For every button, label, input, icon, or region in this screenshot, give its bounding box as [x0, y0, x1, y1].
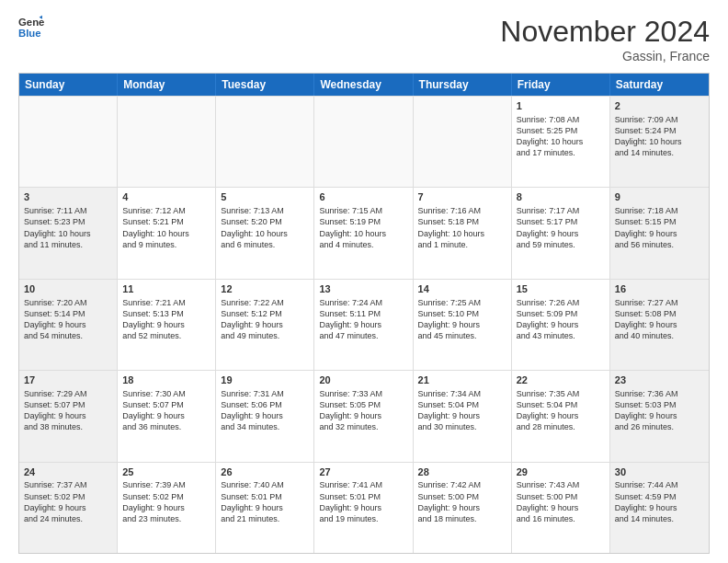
cell-text: Sunrise: 7:42 AM Sunset: 5:00 PM Dayligh…: [418, 479, 506, 524]
calendar-cell: 12Sunrise: 7:22 AM Sunset: 5:12 PM Dayli…: [216, 280, 314, 370]
calendar-cell: 14Sunrise: 7:25 AM Sunset: 5:10 PM Dayli…: [414, 280, 512, 370]
calendar-cell: 30Sunrise: 7:44 AM Sunset: 4:59 PM Dayli…: [610, 463, 709, 553]
day-number: 2: [615, 99, 704, 113]
day-number: 15: [517, 282, 605, 296]
location: Gassin, France: [500, 49, 710, 63]
calendar-cell: 15Sunrise: 7:26 AM Sunset: 5:09 PM Dayli…: [512, 280, 610, 370]
cell-text: Sunrise: 7:12 AM Sunset: 5:21 PM Dayligh…: [122, 205, 210, 250]
calendar-cell: 3Sunrise: 7:11 AM Sunset: 5:23 PM Daylig…: [19, 188, 118, 278]
calendar-cell: 13Sunrise: 7:24 AM Sunset: 5:11 PM Dayli…: [314, 280, 413, 370]
cell-text: Sunrise: 7:08 AM Sunset: 5:25 PM Dayligh…: [517, 114, 605, 159]
calendar-cell: 18Sunrise: 7:30 AM Sunset: 5:07 PM Dayli…: [118, 371, 216, 461]
day-number: 14: [418, 282, 506, 296]
day-number: 10: [24, 282, 112, 296]
calendar-cell: [414, 97, 512, 187]
cell-text: Sunrise: 7:29 AM Sunset: 5:07 PM Dayligh…: [24, 388, 112, 433]
calendar-cell: 9Sunrise: 7:18 AM Sunset: 5:15 PM Daylig…: [610, 188, 709, 278]
cell-text: Sunrise: 7:41 AM Sunset: 5:01 PM Dayligh…: [319, 479, 407, 524]
calendar-cell: 11Sunrise: 7:21 AM Sunset: 5:13 PM Dayli…: [118, 280, 216, 370]
day-number: 4: [122, 190, 210, 204]
cell-text: Sunrise: 7:43 AM Sunset: 5:00 PM Dayligh…: [517, 479, 605, 524]
day-number: 7: [418, 190, 506, 204]
cell-text: Sunrise: 7:39 AM Sunset: 5:02 PM Dayligh…: [122, 479, 210, 524]
calendar-cell: 22Sunrise: 7:35 AM Sunset: 5:04 PM Dayli…: [512, 371, 610, 461]
cell-text: Sunrise: 7:17 AM Sunset: 5:17 PM Dayligh…: [517, 205, 605, 250]
day-number: 16: [615, 282, 704, 296]
calendar-cell: 10Sunrise: 7:20 AM Sunset: 5:14 PM Dayli…: [19, 280, 118, 370]
cell-text: Sunrise: 7:24 AM Sunset: 5:11 PM Dayligh…: [319, 297, 407, 342]
calendar-cell: 25Sunrise: 7:39 AM Sunset: 5:02 PM Dayli…: [118, 463, 216, 553]
weekday-header: Sunday: [19, 74, 118, 96]
calendar-body: 1Sunrise: 7:08 AM Sunset: 5:25 PM Daylig…: [19, 96, 709, 553]
cell-text: Sunrise: 7:30 AM Sunset: 5:07 PM Dayligh…: [122, 388, 210, 433]
logo: General Blue: [18, 15, 44, 40]
weekday-header: Saturday: [610, 74, 709, 96]
logo-icon: General Blue: [18, 15, 44, 40]
month-title: November 2024: [500, 15, 710, 49]
calendar-row: 3Sunrise: 7:11 AM Sunset: 5:23 PM Daylig…: [19, 187, 709, 278]
calendar-cell: 5Sunrise: 7:13 AM Sunset: 5:20 PM Daylig…: [216, 188, 314, 278]
weekday-header: Monday: [118, 74, 216, 96]
cell-text: Sunrise: 7:11 AM Sunset: 5:23 PM Dayligh…: [24, 205, 112, 250]
calendar-cell: 28Sunrise: 7:42 AM Sunset: 5:00 PM Dayli…: [414, 463, 512, 553]
cell-text: Sunrise: 7:44 AM Sunset: 4:59 PM Dayligh…: [615, 479, 704, 524]
calendar-cell: 24Sunrise: 7:37 AM Sunset: 5:02 PM Dayli…: [19, 463, 118, 553]
cell-text: Sunrise: 7:27 AM Sunset: 5:08 PM Dayligh…: [615, 297, 704, 342]
day-number: 11: [122, 282, 210, 296]
weekday-header: Tuesday: [216, 74, 314, 96]
calendar-cell: [118, 97, 216, 187]
day-number: 21: [418, 373, 506, 387]
day-number: 9: [615, 190, 704, 204]
calendar-header: SundayMondayTuesdayWednesdayThursdayFrid…: [19, 74, 709, 96]
svg-text:General: General: [18, 17, 44, 28]
day-number: 30: [615, 465, 704, 479]
title-block: November 2024 Gassin, France: [500, 15, 710, 63]
calendar-cell: 23Sunrise: 7:36 AM Sunset: 5:03 PM Dayli…: [610, 371, 709, 461]
day-number: 3: [24, 190, 112, 204]
calendar-row: 24Sunrise: 7:37 AM Sunset: 5:02 PM Dayli…: [19, 462, 709, 553]
calendar-cell: 26Sunrise: 7:40 AM Sunset: 5:01 PM Dayli…: [216, 463, 314, 553]
day-number: 23: [615, 373, 704, 387]
day-number: 24: [24, 465, 112, 479]
cell-text: Sunrise: 7:18 AM Sunset: 5:15 PM Dayligh…: [615, 205, 704, 250]
cell-text: Sunrise: 7:13 AM Sunset: 5:20 PM Dayligh…: [221, 205, 309, 250]
calendar: SundayMondayTuesdayWednesdayThursdayFrid…: [18, 73, 710, 554]
calendar-cell: 8Sunrise: 7:17 AM Sunset: 5:17 PM Daylig…: [512, 188, 610, 278]
calendar-cell: 1Sunrise: 7:08 AM Sunset: 5:25 PM Daylig…: [512, 97, 610, 187]
cell-text: Sunrise: 7:15 AM Sunset: 5:19 PM Dayligh…: [319, 205, 407, 250]
day-number: 8: [517, 190, 605, 204]
weekday-header: Wednesday: [314, 74, 413, 96]
cell-text: Sunrise: 7:16 AM Sunset: 5:18 PM Dayligh…: [418, 205, 506, 250]
cell-text: Sunrise: 7:26 AM Sunset: 5:09 PM Dayligh…: [517, 297, 605, 342]
cell-text: Sunrise: 7:35 AM Sunset: 5:04 PM Dayligh…: [517, 388, 605, 433]
day-number: 6: [319, 190, 407, 204]
svg-text:Blue: Blue: [18, 28, 41, 39]
day-number: 18: [122, 373, 210, 387]
day-number: 25: [122, 465, 210, 479]
cell-text: Sunrise: 7:31 AM Sunset: 5:06 PM Dayligh…: [221, 388, 309, 433]
day-number: 28: [418, 465, 506, 479]
calendar-cell: 6Sunrise: 7:15 AM Sunset: 5:19 PM Daylig…: [314, 188, 413, 278]
calendar-cell: 16Sunrise: 7:27 AM Sunset: 5:08 PM Dayli…: [610, 280, 709, 370]
cell-text: Sunrise: 7:09 AM Sunset: 5:24 PM Dayligh…: [615, 114, 704, 159]
day-number: 22: [517, 373, 605, 387]
day-number: 29: [517, 465, 605, 479]
cell-text: Sunrise: 7:20 AM Sunset: 5:14 PM Dayligh…: [24, 297, 112, 342]
calendar-cell: 19Sunrise: 7:31 AM Sunset: 5:06 PM Dayli…: [216, 371, 314, 461]
day-number: 1: [517, 99, 605, 113]
day-number: 13: [319, 282, 407, 296]
calendar-row: 10Sunrise: 7:20 AM Sunset: 5:14 PM Dayli…: [19, 279, 709, 370]
calendar-cell: 17Sunrise: 7:29 AM Sunset: 5:07 PM Dayli…: [19, 371, 118, 461]
calendar-cell: 2Sunrise: 7:09 AM Sunset: 5:24 PM Daylig…: [610, 97, 709, 187]
day-number: 27: [319, 465, 407, 479]
cell-text: Sunrise: 7:34 AM Sunset: 5:04 PM Dayligh…: [418, 388, 506, 433]
cell-text: Sunrise: 7:25 AM Sunset: 5:10 PM Dayligh…: [418, 297, 506, 342]
cell-text: Sunrise: 7:22 AM Sunset: 5:12 PM Dayligh…: [221, 297, 309, 342]
day-number: 5: [221, 190, 309, 204]
cell-text: Sunrise: 7:40 AM Sunset: 5:01 PM Dayligh…: [221, 479, 309, 524]
cell-text: Sunrise: 7:21 AM Sunset: 5:13 PM Dayligh…: [122, 297, 210, 342]
day-number: 20: [319, 373, 407, 387]
calendar-cell: 7Sunrise: 7:16 AM Sunset: 5:18 PM Daylig…: [414, 188, 512, 278]
day-number: 17: [24, 373, 112, 387]
header: General Blue November 2024 Gassin, Franc…: [18, 15, 710, 63]
